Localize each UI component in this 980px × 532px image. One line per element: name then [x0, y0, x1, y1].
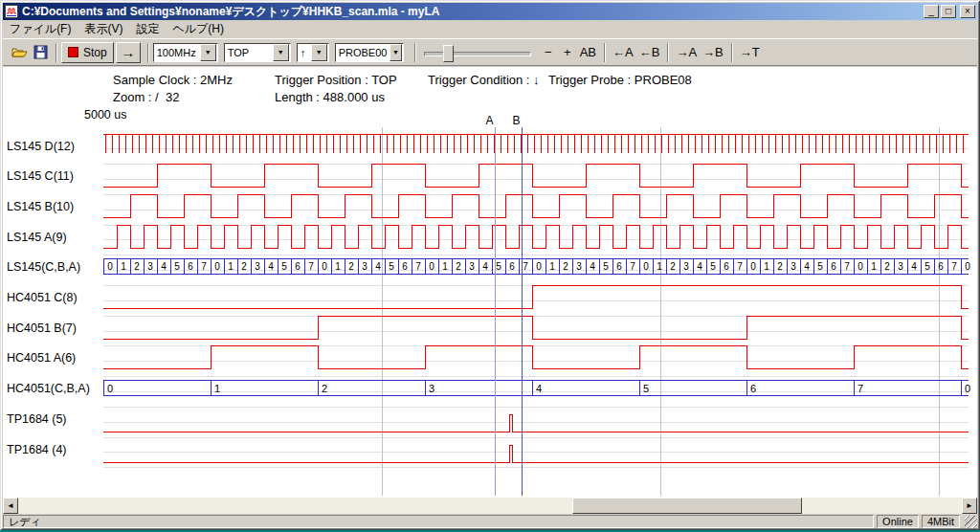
bus-value: 0 [965, 383, 970, 394]
bus-value: 5 [174, 261, 180, 272]
bus-value: 6 [295, 261, 301, 272]
app-window: C:¥Documents and Settings¥noname¥デスクトップ¥… [0, 0, 980, 530]
bus-value: 4 [804, 261, 810, 272]
bus-value: 7 [844, 261, 850, 272]
bus-value: 3 [147, 261, 153, 272]
bus-value: 3 [791, 261, 796, 272]
bus-value: 7 [201, 261, 207, 272]
bus-value: 0 [429, 261, 434, 272]
bus-value: 1 [214, 383, 220, 394]
bus-value: 1 [657, 261, 662, 272]
bus-value: 0 [107, 383, 113, 394]
bus-value: 5 [817, 261, 823, 272]
bus-value: 0 [965, 261, 970, 272]
horizontal-scrollbar[interactable]: ◄ ► [3, 498, 977, 514]
waveform-tp1684-4 [103, 445, 969, 462]
bus-value: 3 [683, 261, 689, 272]
bus-value: 4 [482, 261, 488, 272]
bus-value: 4 [911, 261, 917, 272]
cursor-a-label: A [485, 114, 493, 127]
channel-label-hc4051-a-6: HC4051 A(6) [7, 351, 76, 365]
scrollbar-thumb[interactable] [572, 498, 802, 514]
bus-value: 1 [871, 261, 877, 272]
waveform-hc4051-a-6 [103, 346, 969, 369]
waveform-hc4051-b-7 [103, 316, 969, 339]
bus-value: 5 [603, 261, 609, 272]
bus-value: 0 [750, 261, 756, 272]
bus-value: 1 [442, 261, 448, 272]
bus-value: 7 [415, 261, 421, 272]
resize-grip[interactable] [965, 516, 977, 528]
bus-value: 6 [750, 383, 756, 394]
bus-value: 4 [375, 261, 381, 272]
time-scale-label: 5000 us [84, 108, 126, 122]
bus-value: 0 [643, 261, 649, 272]
scroll-right-icon[interactable]: ► [962, 498, 977, 514]
bus-value: 3 [469, 261, 475, 272]
bus-value: 1 [335, 261, 341, 272]
channel-label-tp1684-4: TP1684 (4) [7, 443, 67, 456]
bus-value: 6 [616, 261, 622, 272]
bus-value: 5 [389, 261, 394, 272]
bus-value: 0 [107, 261, 113, 272]
status-ready: レディ [3, 515, 874, 528]
bus-value: 2 [348, 261, 354, 272]
bus-value: 7 [737, 261, 743, 272]
bus-value: 0 [858, 261, 863, 272]
channel-label-ls145-a-9: LS145 A(9) [7, 231, 67, 244]
waveform-ls145-a-9 [103, 225, 969, 248]
channel-label-hc4051-c-8: HC4051 C(8) [7, 291, 78, 304]
channel-label-ls145-c-11: LS145 C(11) [7, 169, 74, 183]
status-online-badge: Online [877, 515, 919, 528]
channel-label-hc4051-c-b-a: HC4051(C,B,A) [7, 382, 90, 395]
bus-value: 1 [121, 261, 126, 272]
bus-value: 3 [429, 383, 434, 394]
bus-value: 2 [134, 261, 140, 272]
channel-label-ls145-c-b-a: LS145(C,B,A) [7, 260, 80, 274]
bus-value: 6 [724, 261, 729, 272]
bus-value: 2 [670, 261, 676, 272]
bus-value: 2 [563, 261, 568, 272]
bus-value: 1 [228, 261, 234, 272]
bus-value: 2 [777, 261, 783, 272]
cursor-b-label: B [512, 114, 520, 127]
channel-label-ls145-d-12: LS145 D(12) [7, 140, 75, 153]
bus-value: 2 [456, 261, 461, 272]
bus-value: 3 [362, 261, 368, 272]
status-memory-badge: 4MBit [922, 515, 960, 528]
bus-value: 5 [496, 261, 501, 272]
bus-value: 4 [590, 261, 595, 272]
scrollbar-track[interactable] [18, 498, 962, 514]
bus-value: 6 [938, 261, 944, 272]
scroll-left-icon[interactable]: ◄ [3, 498, 18, 514]
bus-value: 4 [697, 261, 702, 272]
bus-value: 0 [536, 261, 542, 272]
bus-value: 4 [161, 261, 167, 272]
bus-value: 3 [255, 261, 260, 272]
bus-value: 3 [576, 261, 582, 272]
waveform-ls145-b-10 [103, 194, 969, 217]
channel-label-hc4051-b-7: HC4051 B(7) [7, 321, 77, 335]
bus-value: 7 [858, 383, 863, 394]
bus-value: 0 [322, 261, 327, 272]
status-bar: レディ Online 4MBit [3, 514, 977, 529]
bus-value: 5 [710, 261, 716, 272]
bus-value: 2 [884, 261, 890, 272]
waveform-hc4051-c-8 [103, 286, 969, 309]
waveform-plot[interactable]: 5000 usLS145 D(12)LS145 C(11)LS145 B(10)… [0, 0, 980, 532]
bus-value: 4 [268, 261, 274, 272]
bus-value: 2 [322, 383, 327, 394]
bus-value: 7 [630, 261, 635, 272]
bus-value: 2 [241, 261, 247, 272]
bus-value: 7 [308, 261, 314, 272]
bus-value: 1 [764, 261, 769, 272]
waveform-tp1684-5 [103, 414, 969, 432]
bus-value: 1 [549, 261, 555, 272]
bus-value: 6 [188, 261, 193, 272]
bus-value: 5 [924, 261, 930, 272]
bus-value: 0 [214, 261, 220, 272]
bus-value: 7 [523, 261, 528, 272]
bus-value: 7 [951, 261, 957, 272]
bus-value: 3 [898, 261, 903, 272]
channel-label-ls145-b-10: LS145 B(10) [7, 200, 74, 213]
